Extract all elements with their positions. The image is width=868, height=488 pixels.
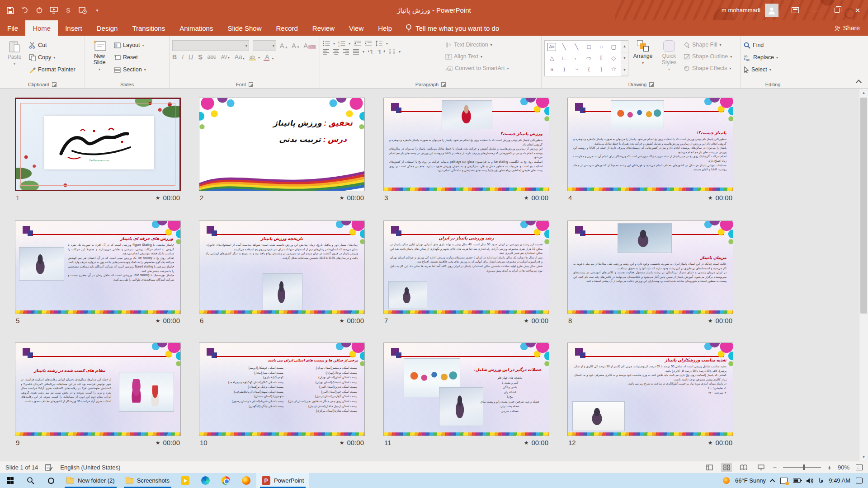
quick-styles-button[interactable]: Quick Styles▾ bbox=[657, 38, 681, 79]
arrange-button[interactable]: Arrange▾ bbox=[631, 38, 655, 79]
ribbon-display-options-button[interactable] bbox=[785, 0, 806, 20]
cut-button[interactable]: Cut bbox=[29, 40, 75, 50]
arc-shape-icon[interactable]: ) bbox=[563, 65, 565, 74]
freeform-shape-icon[interactable]: s bbox=[550, 65, 553, 74]
clipboard-dialog-launcher[interactable] bbox=[52, 82, 57, 87]
slide-thumbnail-11[interactable]: عضلات درگیر در این ورزش شامل: ماهیچه های… bbox=[383, 343, 549, 436]
align-text-button[interactable]: Align Text▾ bbox=[445, 52, 509, 61]
replace-button[interactable]: abac Replace▾ bbox=[744, 52, 778, 62]
drawing-dialog-launcher[interactable] bbox=[649, 82, 654, 87]
convert-to-smartart-button[interactable]: Convert to SmartArt▾ bbox=[445, 64, 509, 73]
taskbar-folder-screenshots[interactable]: Screenshots bbox=[120, 473, 175, 488]
scroll-up-icon[interactable]: ▲ bbox=[859, 89, 868, 97]
font-dialog-launcher[interactable] bbox=[249, 82, 253, 87]
account-user-name[interactable]: m mohammadi bbox=[722, 7, 760, 14]
right-arrow-shape-icon[interactable]: ⇨ bbox=[586, 54, 591, 63]
font-color-button[interactable]: A▾ bbox=[265, 53, 274, 61]
minimize-button[interactable]: — bbox=[806, 0, 826, 20]
tab-home[interactable]: Home bbox=[25, 20, 58, 36]
shapes-scroll-down-icon[interactable]: ▼ bbox=[621, 52, 628, 64]
slide-thumbnail-2[interactable]: تحقیق : ورزش پاتیناژ درس : تربیت بدنی bbox=[199, 98, 365, 191]
slide-thumbnail-4[interactable]: پاتیناژ چیست؟! به‌طورکلی پاتیناژ نام نوع… bbox=[567, 98, 733, 191]
slide-thumbnail-7[interactable]: رشد ورزشی پاتیناژ در ایران قدمت این رشته… bbox=[383, 221, 549, 314]
line-shape-icon[interactable]: ╲ bbox=[562, 42, 566, 52]
slide-thumbnail-12[interactable]: تغذیه مناسب ورزشکاران پاتیناژ تغذیه مناس… bbox=[567, 343, 733, 436]
change-case-button[interactable]: Aa▾ bbox=[235, 53, 245, 61]
slide-thumbnail-5[interactable]: ورزش های حرفه ای پاتیناژ •پاتیناژ نمایشی… bbox=[15, 221, 181, 314]
redo-icon[interactable] bbox=[35, 6, 43, 14]
save-icon[interactable] bbox=[6, 6, 14, 14]
taskbar-movies-tv-button[interactable] bbox=[175, 473, 195, 488]
left-brace-shape-icon[interactable]: { bbox=[588, 65, 590, 74]
copy-button[interactable]: Copy▾ bbox=[29, 52, 75, 62]
layout-button[interactable]: Layout▾ bbox=[114, 40, 146, 50]
font-name-combo[interactable]: ▾ bbox=[172, 40, 249, 51]
input-language-indicator[interactable]: فا bbox=[819, 477, 823, 484]
slide-thumbnail-8[interactable]: مربیان پاتیناژ حالت است چنانکه در این اس… bbox=[567, 221, 733, 314]
clear-formatting-button[interactable]: A⌫ bbox=[304, 42, 316, 49]
taskbar-powerpoint-button[interactable]: PPowerPoint bbox=[256, 473, 309, 488]
decrease-indent-icon[interactable] bbox=[354, 40, 361, 47]
bullets-icon[interactable] bbox=[323, 40, 330, 47]
shapes-more-icon[interactable]: ▼ bbox=[621, 64, 628, 76]
battery-icon[interactable] bbox=[793, 479, 801, 483]
slide-thumbnail-3[interactable]: ورزش پاتیناژ چیست؟ به‌طورکلی پاتیناژ نام… bbox=[383, 98, 549, 191]
triangle-shape-icon[interactable]: △ bbox=[550, 54, 554, 63]
rehearse-timings-icon[interactable] bbox=[79, 6, 87, 14]
justify-icon[interactable] bbox=[353, 49, 359, 55]
taskbar-edge-button[interactable] bbox=[195, 473, 216, 488]
textbox-shape-icon[interactable]: A≡ bbox=[547, 43, 556, 51]
zoom-in-button[interactable]: + bbox=[827, 464, 831, 471]
slide-thumbnail-9[interactable]: مقام های کسب شده در رشته پاتیناژ از جمله… bbox=[15, 343, 181, 436]
align-center-icon[interactable] bbox=[333, 49, 340, 55]
shape-fill-button[interactable]: Shape Fill▾ bbox=[684, 40, 732, 49]
shapes-scroll-up-icon[interactable]: ▲ bbox=[621, 41, 628, 52]
select-button[interactable]: Select▾ bbox=[744, 65, 778, 75]
taskbar-folder-new-folder[interactable]: New folder (2) bbox=[61, 473, 120, 488]
find-button[interactable]: Find bbox=[744, 40, 778, 50]
tab-file[interactable]: File bbox=[0, 20, 25, 36]
vertical-scrollbar[interactable]: ▲ ▼ bbox=[859, 89, 868, 461]
shapes-gallery-scrollbar[interactable]: ▲ ▼ ▼ bbox=[621, 40, 628, 76]
fit-slide-to-window-button[interactable] bbox=[856, 465, 863, 470]
highlight-color-button[interactable]: ab▾ bbox=[250, 54, 260, 60]
undo-icon[interactable] bbox=[21, 6, 29, 14]
pentagon-shape-icon[interactable]: ◇ bbox=[611, 54, 616, 63]
normal-view-button[interactable] bbox=[704, 463, 715, 472]
down-arrow-shape-icon[interactable]: ⇩ bbox=[599, 54, 604, 63]
tab-animations[interactable]: Animations bbox=[172, 20, 220, 36]
tray-powerpoint-icon[interactable] bbox=[780, 478, 788, 484]
curve-shape-icon[interactable]: ~ bbox=[575, 65, 579, 74]
weather-sun-icon[interactable] bbox=[723, 477, 730, 484]
show-hidden-icons-chevron[interactable] bbox=[770, 479, 775, 483]
start-button[interactable] bbox=[0, 473, 20, 488]
text-shadow-button[interactable]: S bbox=[198, 53, 202, 61]
oval-shape-icon[interactable]: ○ bbox=[599, 42, 603, 52]
bold-button[interactable]: B bbox=[172, 53, 177, 61]
strikethrough-button[interactable]: abc bbox=[207, 54, 216, 60]
zoom-slider-handle[interactable] bbox=[803, 465, 805, 470]
elbow-arrow-connector-icon[interactable]: ⌐ bbox=[575, 54, 579, 63]
language-indicator[interactable]: English (United States) bbox=[60, 464, 120, 471]
paste-button[interactable]: Paste▾ bbox=[3, 38, 26, 79]
cortana-button[interactable] bbox=[41, 473, 61, 488]
tab-slide-show[interactable]: Slide Show bbox=[220, 20, 269, 36]
rectangle-shape-icon[interactable]: □ bbox=[587, 42, 591, 52]
share-button[interactable]: Share bbox=[826, 20, 868, 36]
shape-effects-button[interactable]: Shape Effects▾ bbox=[684, 64, 732, 73]
increase-indent-icon[interactable] bbox=[364, 40, 372, 47]
tab-review[interactable]: Review bbox=[305, 20, 342, 36]
avatar[interactable] bbox=[765, 4, 778, 17]
rtl-direction-icon[interactable]: ¶ bbox=[378, 49, 385, 55]
restore-button[interactable] bbox=[826, 0, 847, 20]
new-slide-button[interactable]: New Slide▾ bbox=[88, 38, 111, 79]
slide-thumbnail-6[interactable]: تاریخچه ورزش پاتیناژ زمان‌های بسیار دور … bbox=[199, 221, 365, 314]
volume-icon[interactable] bbox=[806, 478, 813, 484]
action-center-icon[interactable] bbox=[856, 478, 863, 483]
italic-button[interactable]: I bbox=[182, 53, 184, 61]
close-button[interactable]: × bbox=[847, 0, 868, 20]
customize-qat-icon[interactable]: ▾ bbox=[93, 6, 101, 14]
tab-help[interactable]: Help bbox=[371, 20, 399, 36]
columns-icon[interactable] bbox=[388, 49, 396, 55]
tab-transitions[interactable]: Transitions bbox=[125, 20, 172, 36]
